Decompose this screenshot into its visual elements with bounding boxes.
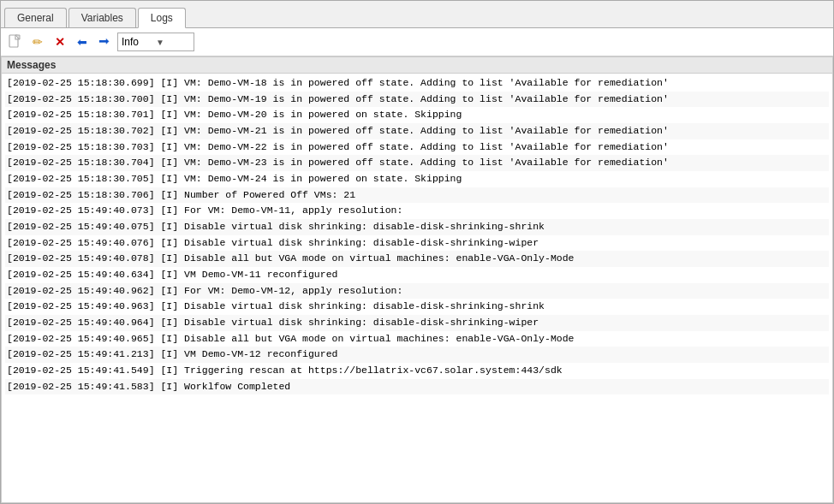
message-row: [2019-02-25 15:18:30.703] [I] VM: Demo-V… — [5, 139, 829, 156]
messages-header: Messages — [2, 57, 832, 74]
message-row: [2019-02-25 15:49:41.213] [I] VM Demo-VM… — [5, 347, 829, 363]
message-row: [2019-02-25 15:49:40.963] [I] Disable vi… — [5, 299, 829, 315]
dropdown-arrow-icon: ▼ — [156, 38, 190, 47]
toolbar: ✏ ✕ ⬅ ⮕ Info ▼ — [1, 28, 833, 56]
new-icon — [9, 34, 22, 50]
message-row: [2019-02-25 15:49:40.634] [I] VM Demo-VM… — [5, 267, 829, 283]
messages-list[interactable]: [2019-02-25 15:18:30.699] [I] VM: Demo-V… — [2, 74, 832, 502]
main-window: General Variables Logs ✏ ✕ ⬅ — [0, 0, 834, 504]
delete-icon: ✕ — [55, 35, 65, 49]
forward-arrow-icon: ⮕ — [98, 35, 110, 49]
message-row: [2019-02-25 15:49:40.964] [I] Disable vi… — [5, 315, 829, 331]
log-level-dropdown[interactable]: Info ▼ — [117, 33, 194, 51]
message-row: [2019-02-25 15:18:30.700] [I] VM: Demo-V… — [5, 92, 829, 108]
message-row: [2019-02-25 15:18:30.706] [I] Number of … — [5, 187, 829, 204]
message-row: [2019-02-25 15:18:30.705] [I] VM: Demo-V… — [5, 171, 829, 187]
tab-bar: General Variables Logs — [1, 1, 833, 28]
message-row: [2019-02-25 15:18:30.702] [I] VM: Demo-V… — [5, 123, 829, 139]
tab-variables[interactable]: Variables — [69, 8, 136, 27]
message-row: [2019-02-25 15:49:40.076] [I] Disable vi… — [5, 235, 829, 252]
new-button[interactable] — [6, 33, 25, 51]
edit-button[interactable]: ✏ — [28, 33, 47, 51]
message-row: [2019-02-25 15:49:41.549] [I] Triggering… — [5, 363, 829, 379]
message-row: [2019-02-25 15:49:40.078] [I] Disable al… — [5, 251, 829, 267]
message-row: [2019-02-25 15:49:41.583] [I] Worklfow C… — [5, 379, 829, 395]
forward-button[interactable]: ⮕ — [95, 33, 114, 51]
messages-container: Messages [2019-02-25 15:18:30.699] [I] V… — [1, 56, 833, 503]
message-row: [2019-02-25 15:49:40.075] [I] Disable vi… — [5, 219, 829, 235]
message-row: [2019-02-25 15:18:30.704] [I] VM: Demo-V… — [5, 155, 829, 171]
message-row: [2019-02-25 15:49:40.965] [I] Disable al… — [5, 331, 829, 347]
message-row: [2019-02-25 15:49:40.962] [I] For VM: De… — [5, 283, 829, 299]
back-arrow-icon: ⬅ — [77, 35, 87, 49]
tab-general[interactable]: General — [4, 8, 67, 27]
delete-button[interactable]: ✕ — [51, 33, 69, 51]
message-row: [2019-02-25 15:18:30.701] [I] VM: Demo-V… — [5, 107, 829, 123]
back-button[interactable]: ⬅ — [73, 33, 92, 51]
pencil-icon: ✏ — [33, 35, 43, 49]
tab-logs[interactable]: Logs — [138, 8, 186, 28]
message-row: [2019-02-25 15:18:30.699] [I] VM: Demo-V… — [5, 75, 829, 92]
message-row: [2019-02-25 15:49:40.073] [I] For VM: De… — [5, 203, 829, 219]
